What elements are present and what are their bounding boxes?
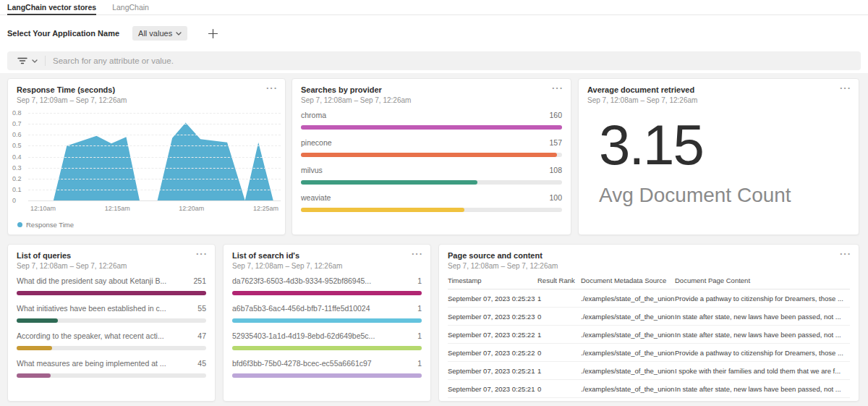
- panel-menu-button[interactable]: ···: [266, 83, 278, 93]
- bar-list-value: 1: [417, 304, 422, 313]
- table-row[interactable]: September 07, 2023 0:25:210./examples/st…: [448, 380, 850, 398]
- filter-icon[interactable]: [17, 56, 27, 65]
- bar-list-row[interactable]: What initiatives have been established i…: [17, 304, 206, 323]
- column-header[interactable]: Timestamp: [448, 272, 537, 289]
- gridline: [28, 168, 281, 169]
- bar-list-row[interactable]: chroma160: [301, 111, 562, 130]
- panel-title: Response Time (seconds): [17, 85, 276, 94]
- table-cell: 0: [537, 344, 581, 362]
- bar-list-row-header: What measures are being implemented at .…: [17, 359, 206, 368]
- bar-list-row[interactable]: 52935403-1a1d-4d19-8ebd-62d649be5c...1: [232, 331, 422, 350]
- chart-legend[interactable]: Response Time: [17, 221, 74, 229]
- column-header[interactable]: Document Page Content: [675, 272, 850, 289]
- column-header[interactable]: Result Rank: [537, 272, 581, 289]
- bar-list-row[interactable]: What did the president say about Ketanji…: [17, 276, 206, 295]
- bar-track: [232, 291, 422, 295]
- bar-list-label: What initiatives have been established i…: [17, 304, 174, 313]
- gridline: [28, 190, 281, 190]
- bar-list-row[interactable]: According to the speaker, what recent ac…: [17, 331, 206, 350]
- big-number-value: 3.15: [599, 117, 703, 173]
- tab-langchain-vector-stores[interactable]: LangChain vector stores: [7, 0, 96, 14]
- panel-time-range: Sep 7, 12:08am – Sep 7, 12:26am: [301, 96, 562, 104]
- table-cell: Provide a pathway to citizenship for Dre…: [675, 289, 850, 308]
- page-source-table: TimestampResult RankDocument Metadata So…: [448, 272, 850, 398]
- bar-track: [17, 346, 206, 350]
- bar-list-label: a6b7a5b3-6ac4-456d-bfb7-11ffe5d10024: [232, 304, 378, 313]
- bar-list-value: 160: [549, 111, 562, 119]
- bar-list-label: weaviate: [301, 193, 338, 202]
- bar-list-label: According to the speaker, what recent ac…: [17, 331, 171, 340]
- bar-fill: [232, 291, 422, 295]
- table-row[interactable]: September 07, 2023 0:25:220./examples/st…: [448, 344, 850, 362]
- panel-header: List of search id's Sep 7, 12:08am – Sep…: [224, 245, 430, 270]
- bar-list-label: What measures are being implemented at .…: [17, 359, 174, 368]
- panel-menu-button[interactable]: ···: [840, 83, 851, 93]
- table-cell: I spoke with their families and told the…: [675, 362, 850, 380]
- bar-track: [232, 373, 422, 378]
- top-bar: LangChain vector stores LangChain Select…: [0, 0, 868, 73]
- application-name-label: Select Your Application Name: [7, 29, 119, 38]
- bar-list-label: chroma: [301, 111, 333, 119]
- panel-header: Page source and content Sep 7, 12:08am –…: [439, 245, 859, 270]
- bar-track: [301, 125, 562, 130]
- table-cell: 1: [537, 362, 581, 380]
- panel-menu-button[interactable]: ···: [196, 249, 208, 258]
- bar-list-row[interactable]: milvus108: [301, 166, 562, 185]
- bar-list-row[interactable]: da7623f3-6503-4d3b-9334-952bf86945...1: [232, 276, 422, 295]
- legend-dot-icon: [17, 222, 22, 227]
- table-row[interactable]: September 07, 2023 0:25:231./examples/st…: [448, 289, 850, 308]
- bar-list-label: What did the president say about Ketanji…: [17, 276, 174, 285]
- bar-list-row-header: a6b7a5b3-6ac4-456d-bfb7-11ffe5d100241: [232, 304, 422, 313]
- bar-track: [301, 153, 562, 157]
- bar-list-value: 45: [197, 359, 206, 368]
- table-row[interactable]: September 07, 2023 0:25:230./examples/st…: [448, 308, 850, 326]
- panel-menu-button[interactable]: ···: [412, 249, 423, 258]
- y-axis: 00.10.20.30.40.50.60.70.8: [12, 113, 27, 200]
- bar-list-row[interactable]: What measures are being implemented at .…: [17, 359, 206, 378]
- y-axis-tick-label: 0.3: [12, 164, 22, 172]
- x-axis-tick-label: 12:20am: [179, 205, 204, 212]
- column-header[interactable]: Document Metadata Source: [581, 272, 675, 289]
- add-template-variable-button[interactable]: [208, 28, 218, 39]
- panel-response-time: Response Time (seconds) Sep 7, 12:09am –…: [7, 78, 286, 235]
- plus-icon: [208, 28, 218, 39]
- bar-fill: [301, 153, 557, 157]
- bar-list-row-header: pinecone157: [301, 138, 562, 147]
- chevron-down-icon[interactable]: [32, 59, 38, 63]
- bar-fill: [17, 291, 206, 295]
- panel-menu-button[interactable]: ···: [552, 83, 563, 93]
- bar-list-row-header: weaviate100: [301, 193, 562, 202]
- bar-list-row[interactable]: a6b7a5b3-6ac4-456d-bfb7-11ffe5d100241: [232, 304, 422, 323]
- panel-title: Average document retrieved: [587, 85, 850, 94]
- bar-fill: [232, 318, 422, 323]
- bar-fill: [17, 373, 51, 378]
- big-number-label: Avg Document Count: [599, 185, 791, 207]
- x-axis-tick-label: 12:15am: [105, 205, 130, 212]
- y-axis-tick-label: 0.8: [12, 109, 22, 117]
- bar-list-label: milvus: [301, 166, 330, 174]
- gridline: [28, 135, 281, 135]
- bar-list-row[interactable]: bfd6f3bb-75b0-4278-bcec-ec55a6661c971: [232, 359, 422, 378]
- gridline: [28, 124, 281, 124]
- table-header-row: TimestampResult RankDocument Metadata So…: [448, 272, 850, 289]
- table-cell: ./examples/state_of_the_union.txt: [581, 289, 675, 308]
- table-cell: 0: [537, 308, 581, 326]
- application-name-select[interactable]: All values: [132, 26, 187, 41]
- search-input[interactable]: [53, 56, 861, 65]
- bar-list-row[interactable]: weaviate100: [301, 193, 562, 212]
- search-ids-bar-list: da7623f3-6503-4d3b-9334-952bf86945...1a6…: [232, 276, 422, 386]
- table-row[interactable]: September 07, 2023 0:25:211./examples/st…: [448, 362, 850, 380]
- area-chart-plot[interactable]: [28, 113, 281, 200]
- search-bar[interactable]: [7, 51, 861, 70]
- panel-menu-button[interactable]: ···: [840, 249, 851, 258]
- y-axis-tick-label: 0: [12, 197, 16, 204]
- bar-list-row[interactable]: pinecone157: [301, 138, 562, 157]
- tab-bar: LangChain vector stores LangChain: [0, 0, 868, 15]
- y-axis-tick-label: 0.7: [12, 120, 22, 127]
- table-row[interactable]: September 07, 2023 0:25:221./examples/st…: [448, 326, 850, 344]
- tab-langchain[interactable]: LangChain: [112, 0, 149, 14]
- gridline: [28, 157, 281, 158]
- x-axis-tick-label: 12:25am: [253, 205, 278, 212]
- table-cell: September 07, 2023 0:25:23: [448, 308, 537, 326]
- gridline: [28, 145, 281, 146]
